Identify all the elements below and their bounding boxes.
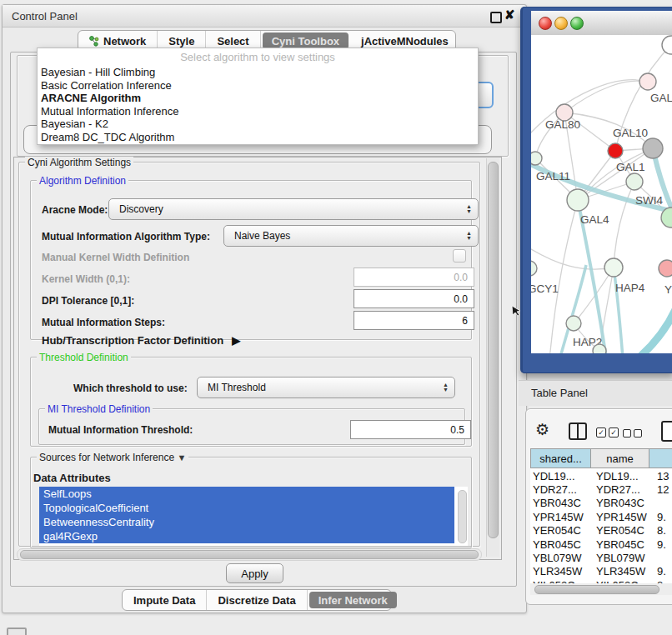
which-threshold-label: Which threshold to use: — [73, 382, 188, 394]
collapse-down-icon[interactable]: ▼ — [177, 452, 186, 462]
gear-icon[interactable]: ⚙ — [535, 420, 549, 439]
attributes-scrollbar-thumb[interactable] — [458, 490, 467, 543]
minimize-traffic-light-icon[interactable] — [554, 17, 568, 30]
network-node-gal10[interactable] — [643, 138, 663, 158]
table-row[interactable]: YBL079WYBL079W — [530, 551, 672, 564]
zoom-traffic-light-icon[interactable] — [570, 17, 584, 30]
tab-label: Select — [217, 35, 248, 48]
settings-horizontal-scrollbar-thumb[interactable] — [20, 550, 479, 559]
algorithm-option[interactable]: ARACNE Algorithm — [41, 92, 474, 105]
kernel-width-label: Kernel Width (0,1): — [42, 273, 130, 285]
network-node-gal[interactable] — [639, 73, 656, 90]
data-attributes-list[interactable]: SelfLoopsTopologicalCoefficientBetweenne… — [39, 487, 468, 546]
network-node[interactable] — [593, 344, 606, 353]
attribute-list-item[interactable]: TopologicalCoefficient — [39, 501, 454, 515]
table-row[interactable]: YDR27...YDR27...12 — [530, 482, 672, 496]
node-label: GAL80 — [545, 118, 580, 131]
stepper-arrows-icon: ▲▼ — [443, 382, 449, 392]
network-node-gcy1[interactable] — [531, 261, 537, 276]
mouse-cursor — [510, 305, 522, 318]
network-node-gal4[interactable] — [567, 189, 589, 211]
expand-right-icon[interactable]: ▶ — [232, 334, 240, 347]
algorithm-option[interactable]: Mutual Information Inference — [41, 105, 474, 118]
new-table-icon[interactable] — [661, 421, 672, 442]
mi-type-label: Mutual Information Algorithm Type: — [42, 231, 210, 242]
close-traffic-light-icon[interactable] — [539, 17, 552, 30]
network-node-gal1[interactable] — [626, 173, 643, 190]
network-node-hap4[interactable] — [604, 258, 623, 277]
table-row[interactable]: YBR045CYBR045C9. — [530, 538, 672, 551]
attribute-list-item[interactable]: BetweennessCentrality — [39, 515, 454, 529]
tab-label: Network — [103, 35, 146, 48]
which-threshold-combobox[interactable]: MI Threshold ▲▼ — [197, 377, 455, 398]
algorithm-option[interactable]: Bayesian - K2 — [41, 118, 474, 131]
dropdown-prompt: Select algorithm to view settings — [38, 51, 478, 63]
tab-label: jActiveMNodules — [361, 35, 449, 48]
minimized-panel-icon[interactable] — [7, 628, 27, 635]
table-horizontal-scrollbar-thumb[interactable] — [534, 585, 659, 594]
mi-threshold-field[interactable]: 0.5 — [350, 420, 471, 439]
attribute-list-item[interactable]: gal4RGexp — [39, 529, 454, 543]
network-canvas[interactable]: GALGAL80GAL10GAL11GAL1SWI4GAL4GCY1HAP4YH… — [531, 35, 672, 353]
column-header[interactable]: name — [591, 448, 649, 468]
apply-button[interactable]: Apply — [226, 563, 283, 583]
network-node[interactable] — [662, 36, 672, 54]
mi-threshold-label: Mutual Information Threshold: — [48, 424, 193, 436]
network-node-hap2[interactable] — [566, 316, 581, 331]
manual-kernel-checkbox[interactable] — [453, 249, 466, 262]
select-all-columns-icon[interactable]: ✓ ✓ — [596, 428, 619, 438]
tab-discretize-data[interactable]: Discretize Data — [207, 590, 307, 610]
close-icon[interactable]: ✘ — [504, 8, 515, 22]
tab-impute-data[interactable]: Impute Data — [123, 590, 207, 610]
table-row[interactable]: YLR345WYLR345W9. — [530, 565, 672, 578]
tab-infer-network[interactable]: Infer Network — [309, 592, 397, 608]
hub-definition-expander[interactable]: Hub/Transcription Factor Definition▶ — [42, 334, 240, 347]
kernel-width-field[interactable]: 0.0 — [354, 268, 474, 287]
table-cell: YDR27... — [591, 483, 649, 496]
table-row[interactable]: YBR043CYBR043C — [530, 497, 672, 510]
attribute-list-item[interactable]: SelfLoops — [39, 487, 454, 501]
algorithm-option[interactable]: Basic Correlation Inference — [41, 79, 474, 92]
table-cell: YER054C — [530, 524, 591, 537]
table-row[interactable]: YDL19...YDL19...13 — [530, 469, 672, 482]
table-row[interactable]: YER054CYER054C8. — [530, 524, 672, 538]
table-panel-title: Table Panel — [531, 387, 588, 399]
algorithm-option[interactable]: Dream8 DC_TDC Algorithm — [41, 131, 474, 144]
column-header[interactable]: shared... — [530, 448, 591, 468]
float-window-icon[interactable] — [490, 12, 502, 23]
mi-steps-field[interactable]: 6 — [354, 311, 474, 330]
table-row[interactable]: YPR145WYPR145W9. — [530, 510, 672, 523]
table-cell: 13 — [649, 470, 672, 482]
column-header[interactable]: A — [649, 448, 672, 468]
kernel-width-value: 0.0 — [454, 272, 468, 283]
network-icon — [89, 36, 99, 47]
aracne-mode-label: Aracne Mode: — [42, 204, 108, 216]
settings-vertical-scrollbar-thumb[interactable] — [488, 162, 499, 538]
network-graph: GALGAL80GAL10GAL11GAL1SWI4GAL4GCY1HAP4YH… — [531, 35, 672, 353]
which-threshold-value: MI Threshold — [208, 382, 266, 393]
table-cell: YDR27... — [530, 483, 591, 496]
network-window-titlebar[interactable] — [531, 11, 672, 36]
network-node-y[interactable] — [659, 260, 672, 277]
network-node-gal11[interactable] — [531, 152, 542, 165]
node-label: GAL — [650, 92, 672, 104]
table-cell: YBR043C — [530, 497, 591, 509]
table-cell: YBL079W — [591, 552, 649, 564]
hub-definition-label: Hub/Transcription Factor Definition — [42, 334, 223, 347]
network-node[interactable] — [608, 143, 623, 158]
table-cell: 9. — [649, 565, 672, 578]
node-label: SWI4 — [635, 194, 663, 207]
mi-type-combobox[interactable]: Naive Bayes ▲▼ — [223, 225, 479, 247]
dpi-tolerance-field[interactable]: 0.0 — [354, 289, 474, 308]
control-panel-titlebar[interactable] — [3, 5, 524, 28]
algorithm-definition-title: Algorithm Definition — [37, 175, 128, 187]
unselect-all-columns-icon[interactable] — [623, 429, 642, 438]
algorithm-option[interactable]: Bayesian - Hill Climbing — [41, 66, 474, 79]
show-columns-icon[interactable] — [569, 422, 587, 440]
table-cell: YBR045C — [591, 538, 649, 551]
tab-cyni-toolbox[interactable]: Cyni Toolbox — [263, 32, 349, 49]
node-label: GAL10 — [613, 127, 648, 139]
stepper-arrows-icon: ▲▼ — [466, 204, 472, 214]
aracne-mode-combobox[interactable]: Discovery ▲▼ — [108, 198, 479, 220]
sources-group-title[interactable]: Sources for Network Inference ▼ — [37, 452, 188, 463]
